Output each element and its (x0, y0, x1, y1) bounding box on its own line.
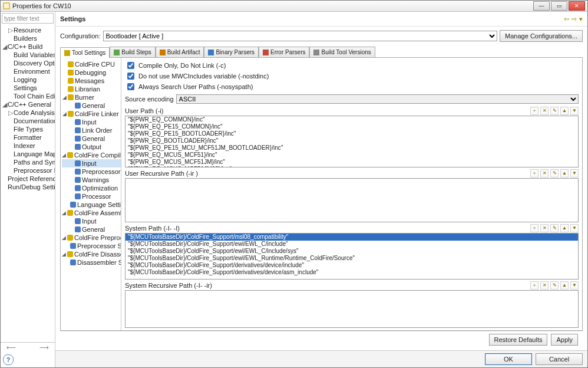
tree-item[interactable]: ▷Code Analysis (2, 109, 55, 117)
edit-icon[interactable]: ✎ (550, 169, 559, 178)
tree-item[interactable]: ◢C/C++ Build (2, 42, 55, 51)
list-item[interactable]: "${PWR_EQ_PE15_BOOTLOADER}/inc" (125, 130, 578, 137)
tree-item[interactable]: Logging (2, 75, 55, 84)
tree-item[interactable]: Run/Debug Settings (2, 183, 55, 191)
banner-menu-icon[interactable]: ▾ (579, 15, 583, 23)
list-item[interactable]: "${MCUToolsBaseDir}/ColdFire_Support/ewl… (125, 248, 578, 255)
user-rec-path-list[interactable] (125, 178, 579, 222)
restore-defaults-button[interactable]: Restore Defaults (489, 334, 548, 346)
edit-icon[interactable]: ✎ (550, 281, 559, 290)
tree-item[interactable]: Builders (2, 34, 55, 42)
tree-item[interactable]: Build Variables (2, 51, 55, 59)
tool-tree-item[interactable]: ColdFire CPU (62, 60, 121, 68)
category-tree[interactable]: ▷ResourceBuilders◢C/C++ BuildBuild Varia… (1, 25, 55, 342)
tool-tree-item[interactable]: Input (62, 118, 121, 126)
checkbox-option[interactable]: Always Search User Paths (-nosyspath) (125, 81, 579, 92)
tree-item[interactable]: Formatter (2, 133, 55, 142)
delete-icon[interactable]: ✕ (540, 224, 549, 232)
tool-tree-item[interactable]: ◢ColdFire Disassembler (62, 250, 121, 258)
tree-item[interactable]: Language Mappings (2, 150, 55, 158)
tool-tree-item[interactable]: ◢ColdFire Preprocessor (62, 234, 121, 242)
tree-item[interactable]: ▷Resource (2, 26, 55, 34)
edit-icon[interactable]: ✎ (550, 224, 559, 232)
tree-item[interactable]: Preprocessor Include Pa (2, 166, 55, 175)
banner-back-icon[interactable]: ⇦ (564, 15, 569, 23)
list-item[interactable]: "${MCUToolsBaseDir}/ColdFire_Support/ewl… (125, 255, 578, 262)
system-path-list[interactable]: "${MCUToolsBaseDir}/ColdFire_Support/msl… (125, 233, 579, 280)
tab-build-artifact[interactable]: Build Artifact (156, 47, 204, 57)
down-icon[interactable]: ▼ (570, 169, 579, 178)
tool-tree-item[interactable]: General (62, 134, 121, 143)
tool-tree-item[interactable]: Messages (62, 77, 121, 85)
list-item[interactable]: "${PWR_EQ_PE15_MCU_MCF51JM_BOOTLOADER}/i… (125, 144, 578, 152)
tree-item[interactable]: Tool Chain Editor (2, 92, 55, 100)
tree-item[interactable]: Paths and Symbols (2, 158, 55, 166)
delete-icon[interactable]: ✕ (540, 281, 549, 290)
tool-tree-item[interactable]: Link Order (62, 126, 121, 134)
up-icon[interactable]: ▲ (560, 224, 569, 232)
ok-button[interactable]: OK (485, 353, 532, 365)
minimize-button[interactable]: — (533, 1, 550, 11)
tool-tree-item[interactable]: General (62, 225, 121, 234)
add-icon[interactable]: ＋ (530, 107, 539, 115)
up-icon[interactable]: ▲ (560, 281, 569, 290)
filter-input[interactable]: type filter text (2, 13, 54, 24)
tree-item[interactable]: Indexer (2, 142, 55, 150)
list-item[interactable]: "${PWR_EQ_MCUS_MCF51JM32}/inc" (125, 166, 578, 167)
list-item[interactable]: "${PWR_EQ_BOOTLOADER}/inc" (125, 137, 578, 144)
tree-item[interactable]: Project References (2, 175, 55, 183)
tool-tree-item[interactable]: Debugging (62, 68, 121, 77)
tree-item[interactable]: File Types (2, 125, 55, 133)
forward-icon[interactable]: ⟶ (39, 344, 49, 351)
add-icon[interactable]: ＋ (530, 224, 539, 232)
tool-tree-item[interactable]: ◢Burner (62, 93, 121, 101)
add-icon[interactable]: ＋ (530, 169, 539, 178)
manage-config-button[interactable]: Manage Configurations... (500, 30, 583, 42)
tool-tree-item[interactable]: Processor (62, 192, 121, 201)
checkbox-option[interactable]: Do not use MWCIncludes variable (-nostdi… (125, 71, 579, 81)
tree-item[interactable]: ◢C/C++ General (2, 100, 55, 109)
down-icon[interactable]: ▼ (570, 224, 579, 232)
edit-icon[interactable]: ✎ (550, 107, 559, 115)
tool-tree[interactable]: ColdFire CPUDebuggingMessagesLibrarian◢B… (61, 58, 121, 330)
list-item[interactable]: "${PWR_EQ_COMMON}/inc" (125, 116, 578, 123)
tool-tree-item[interactable]: Output (62, 143, 121, 151)
list-item[interactable]: "${MCUToolsBaseDir}/ColdFire_Support/msl… (125, 234, 578, 241)
titlebar[interactable]: Properties for CW10 — ▭ ✕ (1, 1, 587, 12)
tool-tree-item[interactable]: General (62, 101, 121, 110)
tool-tree-item[interactable]: Preprocessor Settings (62, 242, 121, 250)
tab-tool-settings[interactable]: Tool Settings (60, 47, 110, 58)
tree-item[interactable]: Discovery Options (2, 59, 55, 67)
tab-error-parsers[interactable]: Error Parsers (259, 47, 309, 57)
list-item[interactable]: "${MCUToolsBaseDir}/ColdFire_Support/ewl… (125, 241, 578, 248)
up-icon[interactable]: ▲ (560, 169, 569, 178)
tool-tree-item[interactable]: Disassembler Settings (62, 258, 121, 267)
config-select[interactable]: Bootloader [ Active ] (103, 31, 498, 41)
tool-tree-item[interactable]: ◢ColdFire Assembler (62, 209, 121, 217)
tool-tree-item[interactable]: Optimization (62, 184, 121, 192)
list-item[interactable]: "${MCUToolsBaseDir}/ColdFire_Support/der… (125, 269, 578, 276)
tool-tree-item[interactable]: Preprocessor (62, 167, 121, 176)
system-rec-path-list[interactable] (125, 290, 579, 328)
tab-build-tool-versions[interactable]: Build Tool Versions (309, 47, 375, 57)
tree-item[interactable]: Documentation (2, 117, 55, 125)
back-icon[interactable]: ⟵ (6, 344, 16, 351)
tab-binary-parsers[interactable]: Binary Parsers (204, 47, 259, 57)
tool-tree-item[interactable]: Language Settings (62, 201, 121, 209)
help-icon[interactable]: ? (3, 354, 14, 365)
tool-tree-item[interactable]: Input (62, 217, 121, 225)
down-icon[interactable]: ▼ (570, 281, 579, 290)
encoding-select[interactable]: ASCII (176, 94, 579, 104)
delete-icon[interactable]: ✕ (540, 169, 549, 178)
tool-tree-item[interactable]: Warnings (62, 176, 121, 184)
checkbox-option[interactable]: Compile Only, Do Not Link (-c) (125, 60, 579, 71)
tool-tree-item[interactable]: ◢ColdFire Linker (62, 110, 121, 118)
tool-tree-item[interactable]: Input (62, 159, 121, 167)
maximize-button[interactable]: ▭ (551, 1, 567, 11)
tree-item[interactable]: Settings (2, 84, 55, 92)
list-item[interactable]: "${MCUToolsBaseDir}/ColdFire_Support/der… (125, 262, 578, 269)
down-icon[interactable]: ▼ (570, 107, 579, 115)
tab-build-steps[interactable]: Build Steps (110, 47, 156, 57)
banner-fwd-icon[interactable]: ⇨ (572, 15, 577, 23)
up-icon[interactable]: ▲ (560, 107, 569, 115)
